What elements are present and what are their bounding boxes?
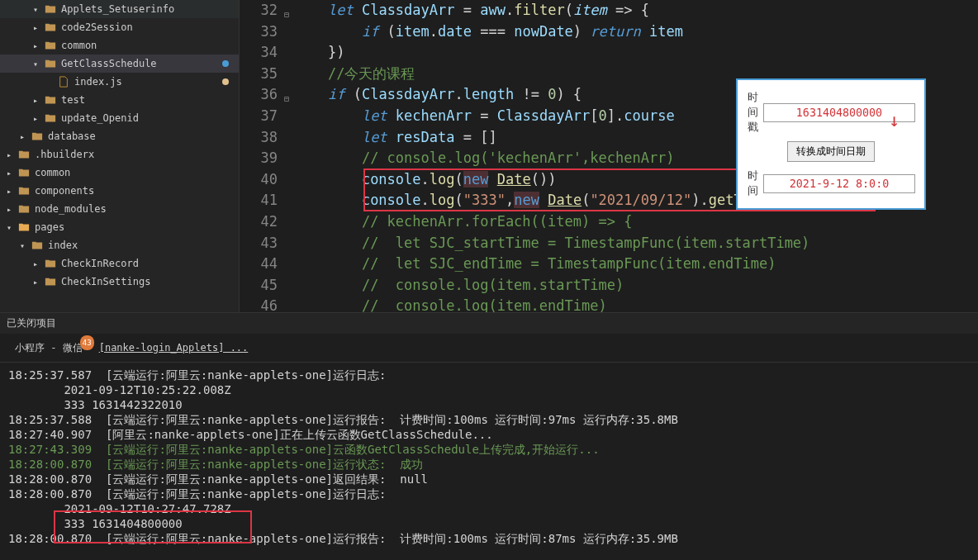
tree-item-label: update_Openid xyxy=(61,112,139,124)
folder-icon xyxy=(18,167,31,178)
tree-item-label: index.js xyxy=(74,76,122,88)
terminal-output[interactable]: 18:25:37.587 [云端运行:阿里云:nanke-applets-one… xyxy=(0,363,978,551)
chevron-icon: ▸ xyxy=(33,23,45,32)
chevron-icon: ▸ xyxy=(33,259,45,268)
tree-item-label: node_modules xyxy=(35,203,107,215)
tree-item-database[interactable]: ▸database xyxy=(0,127,239,145)
terminal-line: 333 1631404800000 xyxy=(8,516,970,531)
tree-item-node-modules[interactable]: ▸node_modules xyxy=(0,200,239,218)
terminal-line: 18:28:00.870 [云端运行:阿里云:nanke-applets-one… xyxy=(8,486,970,501)
chevron-icon: ▾ xyxy=(33,59,45,69)
folder-icon xyxy=(45,276,58,287)
folder-icon xyxy=(45,58,58,69)
chevron-icon: ▸ xyxy=(33,114,45,123)
terminal-tab-project[interactable]: [nanke-login_Applets] ... xyxy=(91,337,257,358)
folder-icon xyxy=(45,21,58,33)
tree-item-update-openid[interactable]: ▸update_Openid xyxy=(0,109,239,127)
tree-item-test[interactable]: ▸test xyxy=(0,91,239,109)
terminal-line: 18:27:43.309 [云端运行:阿里云:nanke-applets-one… xyxy=(8,442,970,457)
status-dot xyxy=(222,78,229,85)
timestamp-input[interactable] xyxy=(763,103,915,122)
line-gutter: 32⊟33343536⊟37383940414243444546 xyxy=(240,0,294,312)
time-output[interactable] xyxy=(763,174,915,193)
chevron-icon: ▸ xyxy=(33,41,45,50)
terminal-line: 2021-09-12T10:25:22.008Z xyxy=(8,382,970,397)
tree-item-common[interactable]: ▸common xyxy=(0,36,239,55)
popup-label-time: 时间 xyxy=(748,168,758,198)
tree-item-applets-setuserinfo[interactable]: ▾Applets_Setuserinfo xyxy=(0,0,239,18)
terminal-line: 18:25:37.587 [云端运行:阿里云:nanke-applets-one… xyxy=(8,368,970,382)
chevron-icon: ▸ xyxy=(33,278,45,287)
folder-icon xyxy=(31,240,45,251)
tree-item-index[interactable]: ▾index xyxy=(0,236,239,254)
tree-item-label: common xyxy=(35,167,70,178)
tree-item--hbuilderx[interactable]: ▸.hbuilderx xyxy=(0,145,239,164)
status-dot xyxy=(222,60,229,67)
folder-icon xyxy=(45,112,58,124)
tree-item-label: components xyxy=(35,185,94,197)
tree-item-label: CheckInRecord xyxy=(61,258,139,269)
tree-item-getclassschedule[interactable]: ▾GetClassSchedule xyxy=(0,55,239,73)
tree-item-index-js[interactable]: index.js xyxy=(0,73,239,91)
folder-icon xyxy=(18,149,31,160)
tree-item-label: code2Session xyxy=(61,21,133,33)
convert-button[interactable]: 转换成时间日期 xyxy=(787,141,875,162)
tree-item-pages[interactable]: ▾pages xyxy=(0,218,239,236)
chevron-icon: ▸ xyxy=(7,150,18,159)
terminal-line: 18:28:00.870 [云端运行:阿里云:nanke-applets-one… xyxy=(8,457,970,472)
timestamp-converter-popup: 时间戳 转换成时间日期 时间 xyxy=(736,78,926,210)
closed-projects-bar[interactable]: 已关闭项目 xyxy=(0,312,978,334)
chevron-icon: ▾ xyxy=(7,223,18,232)
tree-item-label: pages xyxy=(35,221,64,233)
folder-icon xyxy=(31,131,45,142)
tree-item-label: index xyxy=(48,240,78,251)
tree-item-label: Applets_Setuserinfo xyxy=(61,3,174,15)
terminal-line: 18:25:37.588 [云端运行:阿里云:nanke-applets-one… xyxy=(8,412,970,427)
tree-item-components[interactable]: ▸components xyxy=(0,182,239,200)
tree-item-code2session[interactable]: ▸code2Session xyxy=(0,18,239,36)
chevron-icon: ▸ xyxy=(33,96,45,105)
chevron-icon: ▸ xyxy=(20,132,31,141)
terminal-panel[interactable]: 小程序 - 微信43 [nanke-login_Applets] ... 18:… xyxy=(0,334,978,560)
terminal-line: 18:28:00.870 [云端运行:阿里云:nanke-applets-one… xyxy=(8,472,970,486)
code-editor[interactable]: 32⊟33343536⊟37383940414243444546 let Cla… xyxy=(240,0,978,312)
folder-icon xyxy=(18,221,31,233)
tree-item-label: test xyxy=(61,94,85,106)
chevron-icon: ▸ xyxy=(7,205,18,214)
folder-icon xyxy=(45,94,58,106)
tree-item-checkinsettings[interactable]: ▸CheckInSettings xyxy=(0,273,239,291)
tree-item-common[interactable]: ▸common xyxy=(0,164,239,182)
file-explorer[interactable]: ▾Applets_Setuserinfo▸code2Session▸common… xyxy=(0,0,240,312)
tree-item-label: database xyxy=(48,131,96,142)
tree-item-label: GetClassSchedule xyxy=(61,58,157,69)
folder-icon xyxy=(45,258,58,269)
tree-item-label: .hbuilderx xyxy=(35,149,94,160)
folder-icon xyxy=(45,3,58,15)
terminal-line: 333 1631442322010 xyxy=(8,397,970,412)
folder-icon xyxy=(18,203,31,215)
terminal-line: 18:27:40.907 [阿里云:nanke-applets-one]正在上传… xyxy=(8,427,970,442)
folder-icon xyxy=(18,185,31,197)
tree-item-label: CheckInSettings xyxy=(61,276,150,287)
chevron-icon: ▸ xyxy=(7,187,18,196)
folder-icon xyxy=(45,40,58,51)
file-icon xyxy=(58,76,71,88)
terminal-line: 2021-09-12T10:27:47.728Z xyxy=(8,501,970,516)
chevron-icon: ▸ xyxy=(7,168,18,178)
terminal-line: 18:28:00.870 [云端运行:阿里云:nanke-applets-one… xyxy=(8,531,970,546)
terminal-tab-wechat[interactable]: 小程序 - 微信43 xyxy=(7,337,91,358)
chevron-icon: ▾ xyxy=(20,241,31,250)
tree-item-label: common xyxy=(61,40,97,51)
chevron-icon: ▾ xyxy=(33,5,45,14)
popup-label-timestamp: 时间戳 xyxy=(748,90,758,135)
tree-item-checkinrecord[interactable]: ▸CheckInRecord xyxy=(0,254,239,273)
